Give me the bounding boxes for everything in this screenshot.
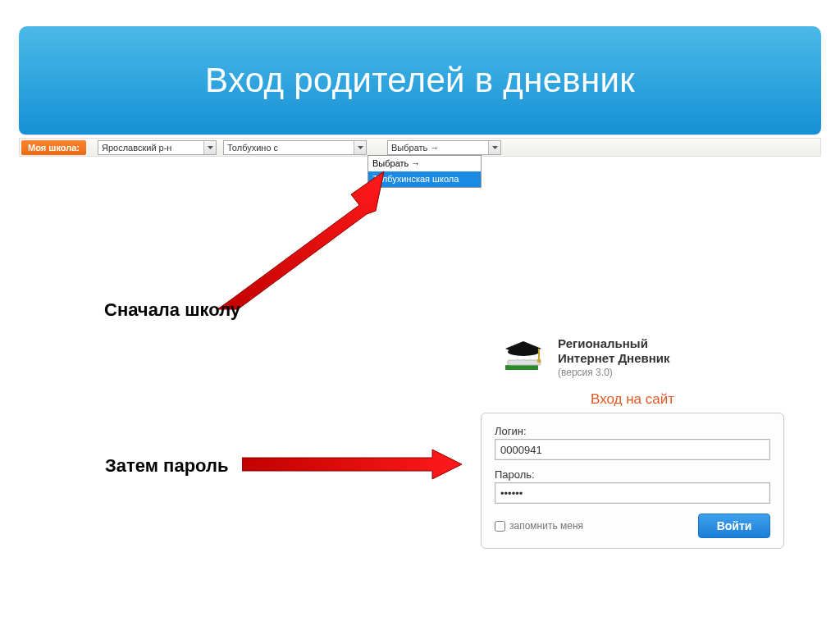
school-dropdown[interactable]: Выбрать → <box>387 140 501 155</box>
svg-marker-0 <box>217 171 384 309</box>
school-selector-bar: Моя школа: Ярославский р-н Толбухино с В… <box>19 138 821 157</box>
svg-marker-1 <box>242 450 462 479</box>
login-form: Логин: Пароль: запомнить меня Войти <box>481 413 784 549</box>
brand-line1: Региональный <box>558 336 648 350</box>
svg-rect-2 <box>505 365 538 370</box>
brand-block: Региональный Интернет Дневник (версия 3.… <box>500 333 812 382</box>
region-dropdown[interactable]: Ярославский р-н <box>98 140 217 155</box>
svg-rect-6 <box>538 349 540 360</box>
brand-line2: Интернет Дневник <box>558 351 670 365</box>
page-title: Вход родителей в дневник <box>19 26 821 135</box>
chevron-down-icon <box>488 141 500 154</box>
locality-dropdown-value: Толбухино с <box>227 143 278 153</box>
brand-version: (версия 3.0) <box>558 367 613 378</box>
locality-dropdown[interactable]: Толбухино с <box>223 140 367 155</box>
school-dropdown-value: Выбрать → <box>391 143 439 153</box>
region-dropdown-value: Ярославский р-н <box>102 143 171 153</box>
chevron-down-icon <box>203 141 216 154</box>
login-panel: Вход на сайт Логин: Пароль: запомнить ме… <box>481 391 784 549</box>
remember-me[interactable]: запомнить меня <box>495 520 583 532</box>
login-input[interactable] <box>495 439 770 460</box>
arrow-right-icon <box>242 448 463 481</box>
remember-me-checkbox[interactable] <box>495 521 505 532</box>
my-school-badge: Моя школа: <box>21 140 86 155</box>
login-title: Вход на сайт <box>481 391 784 408</box>
login-label: Логин: <box>495 425 770 437</box>
password-label: Пароль: <box>495 468 770 481</box>
graduation-cap-books-icon <box>500 339 548 378</box>
chevron-down-icon <box>354 141 366 154</box>
annotation-school-first: Сначала школу <box>104 299 240 321</box>
header-banner: Вход родителей в дневник <box>19 26 821 135</box>
svg-rect-3 <box>508 360 541 365</box>
arrow-up-right-icon <box>213 168 386 312</box>
svg-point-7 <box>537 359 541 363</box>
remember-me-label: запомнить меня <box>509 520 583 532</box>
login-button[interactable]: Войти <box>698 514 770 538</box>
annotation-then-password: Затем пароль <box>105 455 228 477</box>
password-input[interactable] <box>495 482 770 504</box>
